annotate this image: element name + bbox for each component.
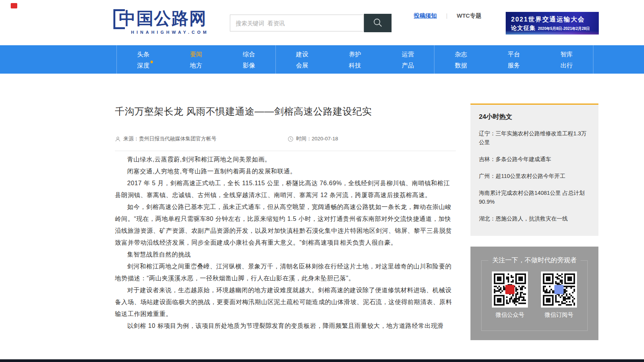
article-meta: 来源：贵州日报当代融媒体集团官方帐号 时间：2020-07-18 (115, 135, 456, 142)
header-links: 投稿须知 | WTC专题 (414, 12, 481, 20)
qr-item-1: 微信公众号 (492, 272, 528, 319)
nav-item-images[interactable]: 影像 (243, 61, 255, 70)
article-time-wrap: 时间：2020-07-18 (288, 135, 338, 142)
link-submission-notice[interactable]: 投稿须知 (414, 12, 437, 19)
search-bar (230, 14, 392, 32)
banner-line1: 2021世界交通运输大会 (511, 15, 599, 24)
article-paragraph-8: 以剑榕 10 标项目为例，该项目所处地质为节理裂隙发育的变质板岩，降雨频繁且雨量… (115, 320, 456, 332)
nav-item-maintenance[interactable]: 养护 (349, 50, 361, 59)
nav-item-technology[interactable]: 科技 (349, 61, 361, 70)
logo-title: 中国公路网 (119, 9, 207, 28)
site-header: 中国公路网 HINAHIGHWAY.COM 投稿须知 | WTC专题 2021世… (0, 0, 644, 45)
meta-divider (115, 151, 456, 151)
qr-code-icon (543, 273, 575, 306)
search-button[interactable] (364, 14, 392, 32)
article-paragraph-1: 青山绿水,云蒸霞蔚,剑河和榕江两地之间美景如画。 (115, 153, 456, 165)
article-title: 千沟万壑架长龙 风雨不惧建通途——剑榕高速公路建设纪实 (115, 105, 456, 118)
nav-column: 平台服务 (487, 45, 540, 74)
wechat-follow-panel: 关注一下，不做时代的旁观者 微信公众号微信订阅号 (470, 247, 598, 340)
nav-item-operation[interactable]: 运营 (401, 50, 414, 59)
nav-column: 运营产品 (381, 45, 434, 74)
nav-item-exhibition[interactable]: 会展 (296, 61, 308, 70)
banner-call-for-papers: 论文征集 (511, 25, 536, 31)
article-paragraph-7: 对于建设者来说，生态越原始，环境越幽闭的地方建设难度就越大。剑榕高速的建设除了便… (115, 284, 456, 320)
main-nav: 头条深度要闻地方综合影像建设会展养护科技运营产品杂志数据平台服务智库出行 (0, 45, 644, 74)
user-icon (115, 136, 121, 142)
nav-column: 要闻地方 (170, 45, 223, 74)
banner-line2: 论文征集2020年5月8日-2021年2月28日 (511, 25, 599, 32)
qr-center-logo (505, 285, 515, 294)
nav-column: 头条深度 (117, 45, 170, 74)
logo-bracket-icon (113, 9, 125, 29)
nav-item-platform[interactable]: 平台 (508, 50, 520, 59)
nav-group-1: 头条深度要闻地方综合影像 (116, 45, 275, 74)
banner-dates: 2020年5月8日-2021年2月28日 (538, 26, 590, 31)
nav-item-key-news[interactable]: 要闻 (190, 50, 202, 59)
nav-item-products[interactable]: 产品 (401, 61, 414, 70)
footer-strip (0, 359, 644, 362)
qr-label: 微信公众号 (492, 311, 528, 319)
nav-group-2: 建设会展养护科技运营产品 (275, 45, 434, 74)
article-paragraph-5: 集智慧战胜自然的挑战 (115, 248, 456, 260)
hot-article-link-1[interactable]: 辽宁：三年实施农村公路维修改造工程1.3万公里 (479, 129, 590, 147)
qr-code-icon (494, 273, 526, 306)
hot-article-link-2[interactable]: 吉林：多条公路今年建成通车 (479, 155, 590, 164)
qr-center-logo (554, 285, 564, 294)
hot-articles-panel: 24小时热文 辽宁：三年实施农村公路维修改造工程1.3万公里吉林：多条公路今年建… (470, 104, 598, 236)
search-icon (373, 18, 383, 28)
nav-item-depth[interactable]: 深度 (137, 61, 149, 70)
nav-item-local[interactable]: 地方 (190, 61, 202, 70)
qr-label: 微信订阅号 (541, 311, 577, 319)
article-body: 青山绿水,云蒸霞蔚,剑河和榕江两地之间美景如画。闭塞交通,人穷地贫,弯弯山路一直… (115, 153, 456, 332)
qr-box (492, 272, 528, 308)
article-paragraph-3: 2017 年 5 月，剑榕高速正式动工，全长 115.115 公里，桥隧比高达 … (115, 177, 456, 201)
hot-articles-title: 24小时热文 (479, 112, 590, 121)
follow-title: 关注一下，不做时代的旁观者 (488, 256, 581, 265)
qr-item-2: 微信订阅号 (541, 272, 577, 319)
follow-frame: 关注一下，不做时代的旁观者 微信公众号微信订阅号 (481, 260, 588, 331)
nav-item-comprehensive[interactable]: 综合 (243, 50, 255, 59)
red-indicator-icon (11, 3, 17, 8)
hot-article-link-3[interactable]: 广州：超110公里农村公路今年开工 (479, 172, 590, 181)
article: 千沟万壑架长龙 风雨不惧建通途——剑榕高速公路建设纪实 来源：贵州日报当代融媒体… (115, 74, 456, 332)
nav-item-services[interactable]: 服务 (508, 61, 520, 70)
hot-article-link-4[interactable]: 海南累计完成农村公路14081公里 占总计划90.9% (479, 189, 590, 206)
article-source: 来源：贵州日报当代融媒体集团官方帐号 (123, 135, 216, 142)
article-paragraph-4: 如今，剑榕高速公路已基本完工，虽未正式通车，但从高空眺望，宽阔通畅的高速公路犹如… (115, 201, 456, 248)
new-badge-dot-icon (151, 61, 153, 63)
nav-item-headlines[interactable]: 头条 (137, 50, 149, 59)
nav-item-thinktank[interactable]: 智库 (560, 50, 573, 59)
logo-domain-text: HINAHIGHWAY.COM (131, 30, 209, 35)
nav-item-construction[interactable]: 建设 (296, 50, 308, 59)
nav-item-data[interactable]: 数据 (455, 61, 467, 70)
qr-row: 微信公众号微信订阅号 (482, 272, 587, 319)
article-paragraph-2: 闭塞交通,人穷地贫,弯弯山路一直制约着两县的发展和联通。 (115, 165, 456, 177)
nav-group-3: 杂志数据平台服务智库出行 (434, 45, 593, 74)
nav-column: 杂志数据 (434, 45, 487, 74)
nav-column: 智库出行 (540, 45, 593, 74)
links-divider: | (446, 12, 447, 19)
logo-wordmark: 中国公路网 (113, 8, 209, 28)
wtc-ad-banner[interactable]: 2021世界交通运输大会 论文征集2020年5月8日-2021年2月28日 (506, 12, 599, 35)
clock-icon (288, 136, 293, 142)
hot-articles-list: 辽宁：三年实施农村公路维修改造工程1.3万公里吉林：多条公路今年建成通车广州：超… (479, 129, 590, 223)
nav-column: 综合影像 (223, 45, 275, 74)
link-wtc-special[interactable]: WTC专题 (457, 12, 481, 19)
article-paragraph-6: 剑河和榕江两地之间重峦叠嶂、江河纵横、景象万千，清朝名臣林则徐在行经这片土地，对… (115, 260, 456, 284)
nav-item-travel[interactable]: 出行 (560, 61, 573, 70)
nav-item-magazine[interactable]: 杂志 (455, 50, 467, 59)
site-logo[interactable]: 中国公路网 HINAHIGHWAY.COM (113, 8, 209, 35)
qr-box (541, 272, 577, 308)
hot-article-link-5[interactable]: 湖北：恩施公路人，抗洪救灾在一线 (479, 214, 590, 223)
search-input[interactable] (230, 15, 364, 31)
article-time: 时间：2020-07-18 (296, 135, 338, 142)
nav-column: 养护科技 (329, 45, 382, 74)
nav-column: 建设会展 (276, 45, 329, 74)
